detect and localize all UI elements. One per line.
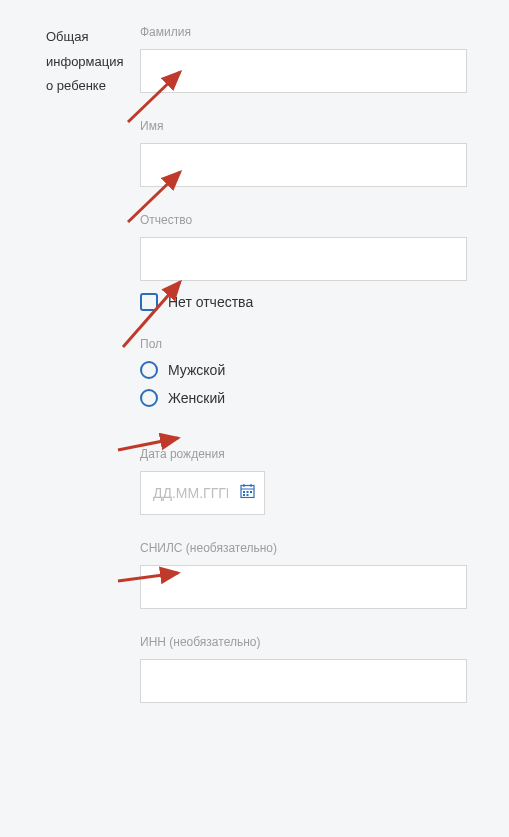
label-birthdate: Дата рождения	[140, 447, 467, 461]
label-name: Имя	[140, 119, 467, 133]
radio-circle-icon	[140, 361, 158, 379]
date-input-wrapper	[140, 471, 265, 515]
field-inn: ИНН (необязательно)	[140, 635, 467, 703]
input-snils[interactable]	[140, 565, 467, 609]
field-snils: СНИЛС (необязательно)	[140, 541, 467, 609]
section-title: Общая информация о ребенке	[46, 25, 130, 99]
input-surname[interactable]	[140, 49, 467, 93]
label-snils: СНИЛС (необязательно)	[140, 541, 467, 555]
section-title-line: информация	[46, 54, 124, 69]
radio-circle-icon	[140, 389, 158, 407]
field-name: Имя	[140, 119, 467, 187]
field-patronymic: Отчество Нет отчества	[140, 213, 467, 311]
form-main: Фамилия Имя Отчество Нет отчества Пол Му…	[140, 25, 509, 729]
label-inn: ИНН (необязательно)	[140, 635, 467, 649]
checkbox-no-patronymic[interactable]: Нет отчества	[140, 293, 467, 311]
label-patronymic: Отчество	[140, 213, 467, 227]
form-layout: Общая информация о ребенке Фамилия Имя О…	[0, 0, 509, 729]
field-gender: Пол Мужской Женский	[140, 337, 467, 407]
input-inn[interactable]	[140, 659, 467, 703]
checkbox-label: Нет отчества	[168, 294, 253, 310]
input-name[interactable]	[140, 143, 467, 187]
input-patronymic[interactable]	[140, 237, 467, 281]
field-birthdate: Дата рождения	[140, 447, 467, 515]
radio-female[interactable]: Женский	[140, 389, 467, 407]
radio-label-female: Женский	[168, 390, 225, 406]
label-surname: Фамилия	[140, 25, 467, 39]
section-title-line: о ребенке	[46, 78, 106, 93]
input-birthdate[interactable]	[140, 471, 265, 515]
radio-label-male: Мужской	[168, 362, 225, 378]
field-surname: Фамилия	[140, 25, 467, 93]
label-gender: Пол	[140, 337, 467, 351]
checkbox-box-icon	[140, 293, 158, 311]
radio-male[interactable]: Мужской	[140, 361, 467, 379]
sidebar: Общая информация о ребенке	[0, 25, 140, 729]
section-title-line: Общая	[46, 29, 89, 44]
